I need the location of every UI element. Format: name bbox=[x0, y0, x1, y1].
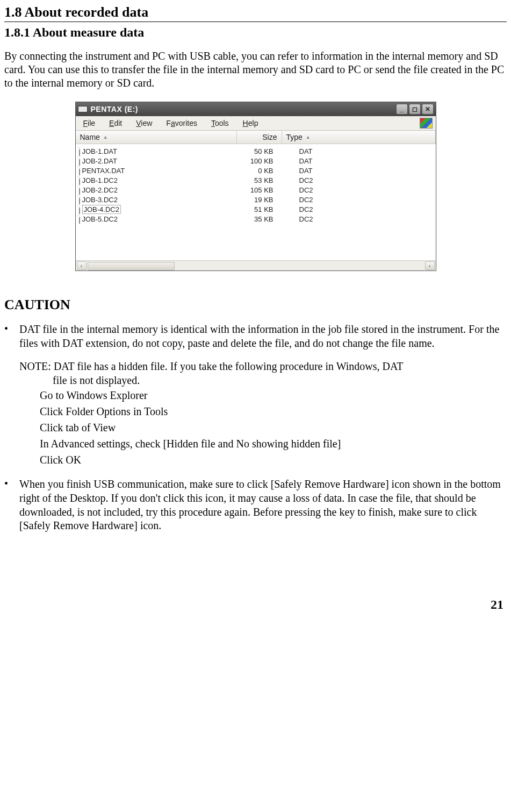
menu-help[interactable]: Help bbox=[243, 119, 258, 127]
column-size[interactable]: Size bbox=[237, 131, 282, 144]
menu-bar: File Edit View Favorites Tools Help bbox=[76, 116, 436, 131]
file-icon bbox=[79, 147, 80, 156]
file-icon bbox=[79, 186, 80, 195]
file-type: DC2 bbox=[278, 186, 313, 194]
bullet-text: When you finish USB communication, make … bbox=[19, 478, 507, 532]
windows-flag-icon bbox=[420, 118, 433, 129]
file-name: JOB-5.DC2 bbox=[82, 215, 118, 223]
file-size: 51 KB bbox=[228, 205, 278, 213]
file-row[interactable]: JOB-3.DC219 KBDC2 bbox=[79, 195, 436, 204]
file-name: JOB-1.DC2 bbox=[82, 176, 118, 184]
file-type: DAT bbox=[278, 167, 313, 175]
file-row[interactable]: PENTAX.DAT0 KBDAT bbox=[79, 166, 436, 175]
file-icon bbox=[79, 176, 80, 185]
file-row[interactable]: JOB-1.DAT50 KBDAT bbox=[79, 146, 436, 156]
file-type: DAT bbox=[278, 147, 313, 155]
file-type: DC2 bbox=[278, 215, 313, 223]
section-text: About recorded data bbox=[25, 4, 149, 20]
file-list: JOB-1.DAT50 KBDATJOB-2.DAT100 KBDATPENTA… bbox=[76, 144, 436, 260]
note-step: Go to Windows Explorer bbox=[40, 387, 507, 403]
subsection-number: 1.8.1 bbox=[4, 25, 30, 39]
scroll-right-button[interactable]: › bbox=[425, 261, 435, 270]
file-name: JOB-2.DAT bbox=[82, 157, 118, 165]
bullet-item: • DAT file in the internal memory is ide… bbox=[4, 323, 507, 468]
close-button[interactable]: ✕ bbox=[422, 104, 434, 115]
column-name[interactable]: Name ▲ bbox=[76, 131, 237, 144]
column-headers: Name ▲ Size Type ▲ bbox=[76, 131, 436, 144]
file-name: PENTAX.DAT bbox=[82, 167, 125, 175]
window-titlebar[interactable]: PENTAX (E:) _ ◻ ✕ bbox=[76, 102, 436, 116]
column-type[interactable]: Type ▲ bbox=[282, 131, 436, 144]
file-size: 0 KB bbox=[228, 167, 278, 175]
note-line: NOTE: DAT file has a hidden file. If you… bbox=[19, 360, 507, 374]
file-name: JOB-2.DC2 bbox=[82, 186, 118, 194]
drive-icon bbox=[78, 106, 88, 112]
file-row[interactable]: JOB-2.DAT100 KBDAT bbox=[79, 156, 436, 166]
caution-heading: CAUTION bbox=[4, 297, 507, 313]
page-number: 21 bbox=[4, 597, 503, 612]
minimize-button[interactable]: _ bbox=[396, 104, 408, 115]
file-size: 35 KB bbox=[228, 215, 278, 223]
sort-arrow-icon: ▲ bbox=[103, 134, 108, 140]
scroll-thumb[interactable] bbox=[88, 262, 175, 270]
horizontal-scrollbar[interactable]: ‹ › bbox=[76, 260, 436, 270]
maximize-button[interactable]: ◻ bbox=[409, 104, 421, 115]
file-size: 100 KB bbox=[228, 157, 278, 165]
intro-paragraph: By connecting the instrument and PC with… bbox=[4, 49, 507, 90]
subsection-title: 1.8.1 About measure data bbox=[4, 25, 507, 40]
file-name: JOB-1.DAT bbox=[82, 147, 118, 155]
file-icon bbox=[79, 205, 80, 214]
sort-arrow-icon: ▲ bbox=[306, 134, 311, 140]
file-size: 19 KB bbox=[228, 196, 278, 204]
menu-edit[interactable]: Edit bbox=[109, 119, 122, 127]
window-title: PENTAX (E:) bbox=[91, 105, 396, 113]
note-line: file is not displayed. bbox=[53, 374, 507, 388]
file-size: 53 KB bbox=[228, 176, 278, 184]
menu-file[interactable]: File bbox=[83, 119, 96, 127]
file-icon bbox=[79, 166, 80, 175]
note-step: Click tab of View bbox=[40, 419, 507, 436]
file-type: DC2 bbox=[278, 176, 313, 184]
file-row[interactable]: JOB-2.DC2105 KBDC2 bbox=[79, 185, 436, 195]
file-name: JOB-3.DC2 bbox=[82, 196, 118, 204]
file-row[interactable]: JOB-4.DC251 KBDC2 bbox=[79, 204, 436, 214]
file-row[interactable]: JOB-1.DC253 KBDC2 bbox=[79, 175, 436, 185]
scroll-track[interactable] bbox=[88, 262, 424, 269]
section-number: 1.8 bbox=[4, 4, 22, 20]
section-title: 1.8 About recorded data bbox=[4, 4, 507, 22]
file-explorer-window: PENTAX (E:) _ ◻ ✕ File Edit View Favorit… bbox=[75, 102, 436, 271]
file-icon bbox=[79, 156, 80, 166]
menu-tools[interactable]: Tools bbox=[211, 119, 229, 127]
file-type: DC2 bbox=[278, 205, 313, 213]
file-name: JOB-4.DC2 bbox=[82, 205, 121, 214]
bullet-text: DAT file in the internal memory is ident… bbox=[19, 323, 499, 349]
note-step: Click OK bbox=[40, 452, 507, 468]
file-type: DAT bbox=[278, 157, 313, 165]
file-icon bbox=[79, 195, 80, 204]
subsection-text: About measure data bbox=[33, 25, 145, 39]
scroll-left-button[interactable]: ‹ bbox=[77, 261, 87, 270]
file-row[interactable]: JOB-5.DC235 KBDC2 bbox=[79, 214, 436, 224]
file-size: 50 KB bbox=[228, 147, 278, 155]
file-icon bbox=[79, 215, 80, 224]
note-step: In Advanced settings, check [Hidden file… bbox=[40, 436, 507, 452]
bullet-item: • When you finish USB communication, mak… bbox=[4, 478, 507, 532]
file-type: DC2 bbox=[278, 196, 313, 204]
menu-favorites[interactable]: Favorites bbox=[166, 119, 197, 127]
file-size: 105 KB bbox=[228, 186, 278, 194]
bullet-marker: • bbox=[4, 323, 19, 468]
menu-view[interactable]: View bbox=[136, 119, 152, 127]
note-step: Click Folder Options in Tools bbox=[40, 403, 507, 419]
bullet-marker: • bbox=[4, 478, 19, 532]
